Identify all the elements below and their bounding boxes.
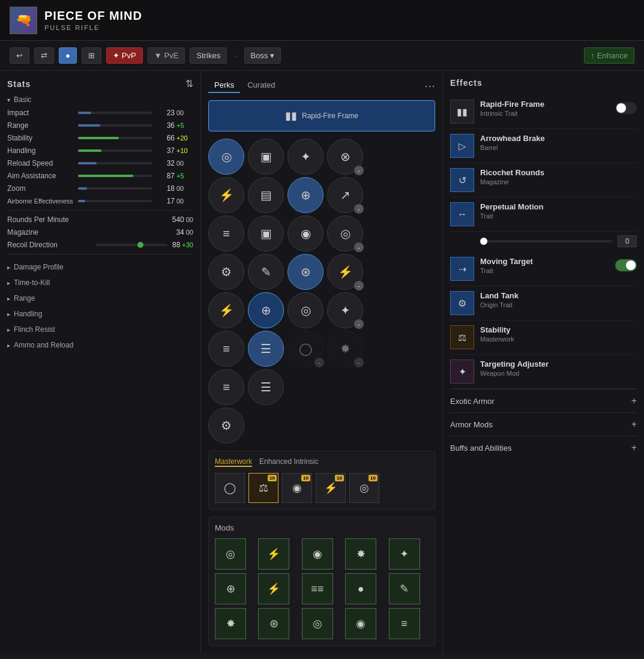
effect-toggle-rapid-fire[interactable] bbox=[615, 102, 637, 114]
mod-cell-0-2[interactable]: ◉ bbox=[302, 538, 333, 570]
section-damage-profile[interactable]: Damage Profile bbox=[7, 259, 193, 275]
mw-icon-3: ⚡ bbox=[324, 481, 337, 495]
stat-name-aim: Aim Assistance bbox=[7, 172, 73, 180]
effect-name-targeting: Targeting Adjuster bbox=[480, 360, 637, 369]
section-flinch[interactable]: Flinch Resist bbox=[7, 322, 193, 337]
stat-bar-impact-bg bbox=[78, 112, 152, 114]
undo-button[interactable]: ↩ bbox=[10, 47, 29, 64]
effect-text-arrowhead: Arrowhead Brake Barrel bbox=[480, 134, 637, 151]
stats-panel: Stats ⇅ Basic Impact 23 00 Range 36 +5 S… bbox=[0, 71, 201, 653]
view-single-button[interactable]: ● bbox=[59, 47, 77, 64]
mw-cell-4[interactable]: 10 ◎ bbox=[349, 473, 379, 503]
stat-row-rpm: Rounds Per Minute 540 00 bbox=[7, 215, 193, 224]
stat-bonus-zoom: 00 bbox=[176, 185, 193, 192]
stat-bar-airborne bbox=[78, 200, 85, 202]
section-handling[interactable]: Handling bbox=[7, 306, 193, 322]
buffs-abilities-expand-icon[interactable]: + bbox=[631, 442, 637, 453]
armor-mods-section[interactable]: Armor Mods + bbox=[450, 412, 637, 436]
mod-cell-0-4[interactable]: ✦ bbox=[389, 538, 420, 570]
stats-sort-button[interactable]: ⇅ bbox=[185, 78, 193, 89]
perk-cell-intrinsic[interactable]: ▮▮ Rapid-Fire Frame bbox=[208, 100, 435, 131]
shuffle-button[interactable]: ⇄ bbox=[34, 47, 54, 64]
view-grid-button[interactable]: ⊞ bbox=[82, 47, 101, 64]
effect-icon-ricochet: ↺ bbox=[450, 168, 474, 192]
perk-cell-t2-2[interactable]: ✎ bbox=[248, 254, 284, 290]
stats-section-basic[interactable]: Basic bbox=[7, 95, 193, 104]
masterwork-tabs: Masterwork Enhanced Intrinsic bbox=[215, 457, 429, 467]
effect-sub-perpetual: Trait bbox=[480, 212, 637, 220]
mod-cell-0-1[interactable]: ⚡ bbox=[258, 538, 289, 570]
boss-button[interactable]: Boss ▾ bbox=[244, 47, 281, 64]
stat-row-range: Range 36 +5 bbox=[7, 121, 193, 130]
perk-cell-t3-2[interactable]: ⊕ bbox=[248, 292, 284, 328]
pve-button[interactable]: ▼ PvE bbox=[148, 47, 185, 64]
perk-cell-last1[interactable]: ⚙ bbox=[208, 408, 244, 444]
perk-cell-mag-2[interactable]: ▤ bbox=[248, 177, 284, 213]
perk-cell-o1[interactable]: ≡ bbox=[208, 331, 244, 367]
perk-cell-t1-3[interactable]: ◉ bbox=[287, 215, 324, 251]
pvp-button[interactable]: ✦ PvP bbox=[106, 47, 143, 64]
mod-cell-2-3[interactable]: ◉ bbox=[345, 608, 376, 639]
perk-cell-o3[interactable]: ◯- bbox=[287, 331, 324, 367]
perk-cell-t3-4[interactable]: ✦- bbox=[327, 292, 363, 328]
perk-cell-mw2[interactable]: ☰ bbox=[248, 369, 284, 405]
perk-cell-o4[interactable]: ✸- bbox=[327, 331, 363, 367]
perk-cell-t1-4[interactable]: ◎- bbox=[327, 215, 363, 251]
exotic-armor-expand-icon[interactable]: + bbox=[631, 396, 637, 406]
mw-cell-2[interactable]: 10 ◉ bbox=[282, 473, 312, 503]
perk-row-1: ▮▮ Rapid-Fire Frame bbox=[208, 100, 435, 134]
perk-cell-t3-3[interactable]: ◎ bbox=[287, 292, 324, 328]
mod-cell-2-1[interactable]: ⊛ bbox=[258, 608, 289, 639]
perk-cell-t2-3[interactable]: ⊛ bbox=[287, 254, 324, 290]
tab-masterwork[interactable]: Masterwork bbox=[215, 457, 252, 467]
perk-cell-t3-1[interactable]: ⚡ bbox=[208, 292, 244, 328]
tab-perks[interactable]: Perks bbox=[208, 78, 240, 93]
perpetual-slider[interactable] bbox=[480, 240, 613, 242]
perk-cell-t1-1[interactable]: ≡ bbox=[208, 215, 244, 251]
section-range[interactable]: Range bbox=[7, 290, 193, 306]
armor-mods-title: Armor Mods bbox=[450, 420, 493, 429]
mod-cell-1-0[interactable]: ⊕ bbox=[215, 573, 246, 604]
perpetual-slider-thumb[interactable] bbox=[480, 238, 487, 245]
perk-cell-barrel-1[interactable]: ◎ bbox=[208, 139, 244, 175]
mod-cell-2-2[interactable]: ◎ bbox=[302, 608, 333, 639]
effect-text-land-tank: Land Tank Origin Trait bbox=[480, 291, 637, 308]
section-ammo[interactable]: Ammo and Reload bbox=[7, 337, 193, 353]
stat-value-reload: 32 bbox=[157, 159, 175, 167]
mw-cell-1[interactable]: 10 ⚖ bbox=[248, 473, 278, 503]
section-ttk[interactable]: Time-to-Kill bbox=[7, 275, 193, 290]
mod-cell-0-3[interactable]: ✸ bbox=[345, 538, 376, 570]
perk-cell-o2[interactable]: ☰ bbox=[248, 331, 284, 367]
perk-cell-t2-1[interactable]: ⚙ bbox=[208, 254, 244, 290]
armor-mods-expand-icon[interactable]: + bbox=[631, 419, 637, 430]
perks-menu-button[interactable]: ⋯ bbox=[424, 79, 435, 92]
perk-cell-mag-1[interactable]: ⚡ bbox=[208, 177, 244, 213]
mod-cell-1-3[interactable]: ● bbox=[345, 573, 376, 604]
mod-cell-2-0[interactable]: ✸ bbox=[215, 608, 246, 639]
perk-cell-t1-2[interactable]: ▣ bbox=[248, 215, 284, 251]
strikes-button[interactable]: Strikes bbox=[190, 47, 227, 64]
effect-toggle-moving-target[interactable] bbox=[615, 259, 637, 271]
tab-curated[interactable]: Curated bbox=[241, 78, 281, 93]
perk-cell-barrel-3[interactable]: ✦ bbox=[287, 139, 324, 175]
stats-divider2 bbox=[7, 254, 193, 254]
perk-cell-barrel-2[interactable]: ▣ bbox=[248, 139, 284, 175]
mod-cell-2-4[interactable]: ≡ bbox=[389, 608, 420, 639]
tab-enhanced-intrinsic[interactable]: Enhanced Intrinsic bbox=[259, 457, 319, 467]
mod-cell-1-1[interactable]: ⚡ bbox=[258, 573, 289, 604]
mw-cell-3[interactable]: 10 ⚡ bbox=[316, 473, 346, 503]
mod-cell-1-4[interactable]: ✎ bbox=[389, 573, 420, 604]
exotic-armor-section[interactable]: Exotic Armor + bbox=[450, 389, 637, 412]
perk-cell-mw1[interactable]: ≡ bbox=[208, 369, 244, 405]
perpetual-slider-value: 0 bbox=[618, 235, 637, 247]
mw-cell-0[interactable]: ◯ bbox=[215, 473, 245, 503]
perk-cell-barrel-4[interactable]: ⊗- bbox=[327, 139, 363, 175]
weapon-title: PIECE OF MIND bbox=[44, 9, 142, 23]
mod-cell-0-0[interactable]: ◎ bbox=[215, 538, 246, 570]
perk-cell-mag-3[interactable]: ⊕ bbox=[287, 177, 324, 213]
buffs-abilities-section[interactable]: Buffs and Abilities + bbox=[450, 436, 637, 459]
mod-cell-1-2[interactable]: ≡≡ bbox=[302, 573, 333, 604]
enhance-button[interactable]: ↑ Enhance bbox=[584, 47, 634, 64]
perk-cell-t2-4[interactable]: ⚡- bbox=[327, 254, 363, 290]
perk-cell-mag-4[interactable]: ↗- bbox=[327, 177, 363, 213]
